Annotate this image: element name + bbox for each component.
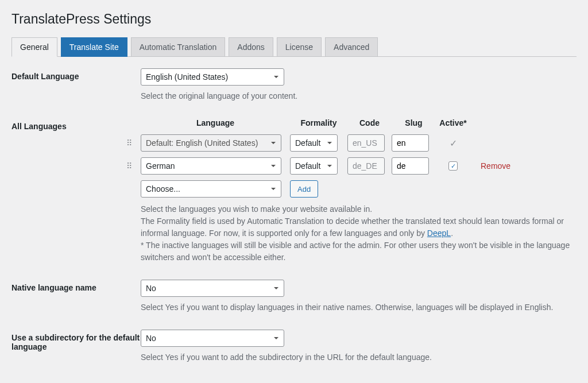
page-title: TranslatePress Settings	[11, 11, 577, 27]
default-language-select[interactable]: English (United States)	[141, 68, 284, 86]
header-active: Active*	[436, 118, 470, 127]
active-checkbox[interactable]: ✓	[448, 161, 458, 171]
native-name-label: Native language name	[11, 280, 141, 292]
slug-input[interactable]	[392, 134, 429, 152]
subdirectory-label: Use a subdirectory for the default langu…	[11, 330, 141, 351]
language-select[interactable]: Default: English (United States)	[141, 134, 281, 152]
code-input	[347, 157, 385, 175]
tab-translate-site[interactable]: Translate Site	[61, 37, 127, 57]
check-icon: ✓	[450, 138, 457, 148]
settings-tabs: General Translate Site Automatic Transla…	[11, 37, 577, 57]
deepl-link[interactable]: DeepL	[427, 229, 451, 238]
tab-automatic-translation[interactable]: Automatic Translation	[131, 37, 226, 57]
default-language-value: English (United States)	[146, 71, 228, 83]
language-value: German	[146, 160, 175, 172]
language-value: Default: English (United States)	[146, 137, 258, 149]
header-language: Language	[141, 118, 290, 127]
formality-value: Default	[295, 160, 320, 172]
languages-table-header: Language Formality Code Slug Active*	[118, 118, 577, 127]
header-formality: Formality	[290, 118, 347, 127]
tab-general[interactable]: General	[11, 37, 57, 57]
native-name-select[interactable]: No	[141, 280, 284, 297]
language-select[interactable]: German	[141, 157, 281, 175]
default-language-desc: Select the original language of your con…	[141, 90, 577, 102]
subdirectory-select[interactable]: No	[141, 330, 284, 347]
all-languages-desc: Select the languages you wish to make yo…	[141, 203, 577, 264]
native-name-desc: Select Yes if you want to display langua…	[141, 301, 577, 314]
header-code: Code	[347, 118, 392, 127]
remove-link[interactable]: Remove	[481, 161, 510, 171]
choose-placeholder: Choose...	[146, 183, 180, 195]
tab-addons[interactable]: Addons	[229, 37, 273, 57]
formality-value: Default	[295, 137, 320, 149]
slug-input[interactable]	[392, 157, 429, 175]
language-row: ⠿ German Default ✓	[118, 157, 577, 175]
default-language-label: Default Language	[11, 68, 141, 81]
tab-license[interactable]: License	[277, 37, 322, 57]
subdirectory-desc: Select Yes if you want to add the subdir…	[141, 351, 577, 363]
add-language-row: Choose... Add	[118, 180, 577, 198]
drag-handle-icon[interactable]: ⠿	[118, 138, 141, 148]
header-slug: Slug	[392, 118, 436, 127]
formality-select[interactable]: Default	[290, 157, 338, 175]
formality-select[interactable]: Default	[290, 134, 338, 152]
add-language-button[interactable]: Add	[290, 180, 318, 198]
tab-advanced[interactable]: Advanced	[325, 37, 378, 57]
code-input	[347, 134, 385, 152]
language-row: ⠿ Default: English (United States) Defau…	[118, 134, 577, 152]
drag-handle-icon[interactable]: ⠿	[118, 161, 141, 171]
subdirectory-value: No	[146, 332, 156, 344]
native-name-value: No	[146, 283, 156, 294]
choose-language-select[interactable]: Choose...	[141, 180, 281, 198]
